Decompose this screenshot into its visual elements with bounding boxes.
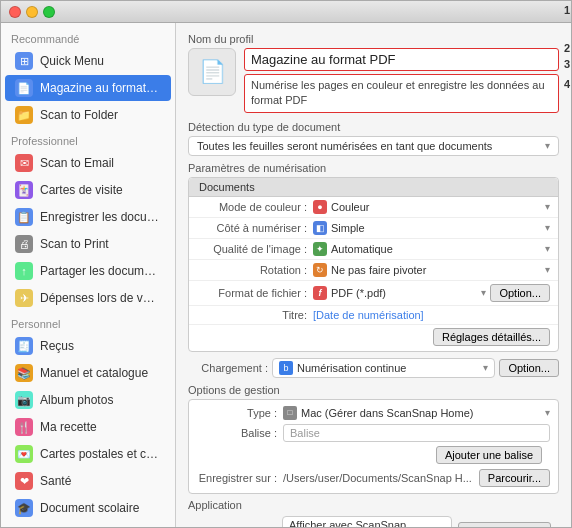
cote-chevron-icon: ▾	[545, 222, 550, 233]
qualite-text: Automatique	[331, 243, 393, 255]
configuration-button[interactable]: Configuration...	[458, 522, 551, 527]
app-row: Envoyer vers : Afficher avec ScanSnap Ho…	[188, 514, 559, 527]
sidebar-label-partager: Partager les documents	[40, 264, 161, 278]
param-value-couleur: ● Couleur ▾	[313, 200, 550, 214]
type-chevron-icon: ▾	[545, 407, 550, 418]
profile-info: Magazine au format PDF Numérise les page…	[244, 48, 559, 113]
param-row-format: Format de fichier : f PDF (*.pdf) ▾ Opti…	[189, 281, 558, 306]
param-row-qualite: Qualité de l'image : ✦ Automatique ▾	[189, 239, 558, 260]
param-row-titre: Titre: [Date de numérisation]	[189, 306, 558, 325]
chargement-select[interactable]: b Numérisation continue ▾	[272, 358, 495, 378]
sidebar-item-enreg-docs[interactable]: 📋 Enregistrer les documents	[5, 204, 171, 230]
sidebar-label-manuel: Manuel et catalogue	[40, 366, 148, 380]
chargement-option-button[interactable]: Option...	[499, 359, 559, 377]
annotation-2: 2	[564, 42, 570, 54]
maximize-button[interactable]	[43, 6, 55, 18]
sidebar-label-album: Album photos	[40, 393, 113, 407]
param-row-rotation: Rotation : ↻ Ne pas faire pivoter ▾	[189, 260, 558, 281]
format-chevron-icon: ▾	[481, 287, 486, 298]
sidebar-item-recette[interactable]: 🍴 Ma recette	[5, 414, 171, 440]
close-button[interactable]	[9, 6, 21, 18]
sidebar-label-magazine-pdf: Magazine au format PDF	[40, 81, 161, 95]
annotation-1: 1	[564, 4, 570, 16]
recus-icon: 🧾	[15, 337, 33, 355]
rotation-icon: ↻	[313, 263, 327, 277]
sidebar-item-manuel[interactable]: 📚 Manuel et catalogue	[5, 360, 171, 386]
main-panel: Nom du profil 📄 Magazine au format PDF N…	[176, 23, 571, 527]
window-controls[interactable]	[9, 6, 55, 18]
param-value-qualite: ✦ Automatique ▾	[313, 242, 550, 256]
profile-name: Magazine au format PDF	[244, 48, 559, 71]
format-icon: f	[313, 286, 327, 300]
sidebar-label-scan-email: Scan to Email	[40, 156, 114, 170]
titre-link[interactable]: [Date de numérisation]	[313, 309, 424, 321]
sidebar-item-sante[interactable]: ❤ Santé	[5, 468, 171, 494]
options-gestion-header: Options de gestion	[188, 384, 559, 396]
magazine-pdf-icon: 📄	[15, 79, 33, 97]
sidebar-label-document-scolaire: Document scolaire	[40, 501, 139, 515]
sidebar-item-partager[interactable]: ↑ Partager les documents	[5, 258, 171, 284]
couleur-text: Couleur	[331, 201, 370, 213]
sidebar-item-depenses[interactable]: ✈ Dépenses lors de voyages d'affair	[5, 285, 171, 311]
format-text: PDF (*.pdf)	[331, 287, 386, 299]
sidebar-item-recus[interactable]: 🧾 Reçus	[5, 333, 171, 359]
profile-description: Numérise les pages en couleur et enregis…	[244, 74, 559, 113]
sidebar-label-sante: Santé	[40, 474, 71, 488]
type-value[interactable]: □ Mac (Gérer dans ScanSnap Home) ▾	[283, 406, 550, 420]
add-balise-row: Ajouter une balise	[189, 444, 558, 467]
sidebar: Recommandé ⊞ Quick Menu 📄 Magazine au fo…	[1, 23, 176, 527]
sidebar-label-scan-print: Scan to Print	[40, 237, 109, 251]
sidebar-label-depenses: Dépenses lors de voyages d'affair	[40, 291, 161, 305]
detect-chevron-icon: ▾	[545, 140, 550, 151]
chargement-label: Chargement :	[188, 362, 268, 374]
document-scolaire-icon: 🎓	[15, 499, 33, 517]
sidebar-item-scan-print[interactable]: 🖨 Scan to Print	[5, 231, 171, 257]
chargement-text: Numérisation continue	[297, 362, 406, 374]
detail-btn-row: Réglages détaillés...	[189, 325, 558, 351]
minimize-button[interactable]	[26, 6, 38, 18]
scan-params-header: Paramètres de numérisation	[188, 162, 559, 174]
profile-section: 📄 Magazine au format PDF Numérise les pa…	[188, 48, 559, 113]
enreg-docs-icon: 📋	[15, 208, 33, 226]
recette-icon: 🍴	[15, 418, 33, 436]
balise-input[interactable]: Balise	[283, 424, 550, 442]
envoyer-chevron-icon: ▾	[440, 525, 445, 527]
parcourir-button[interactable]: Parcourir...	[479, 469, 550, 487]
param-row-cote: Côté à numériser : ◧ Simple ▾	[189, 218, 558, 239]
envoyer-select[interactable]: Afficher avec ScanSnap Home ▾	[282, 516, 452, 527]
chargement-row: Chargement : b Numérisation continue ▾ O…	[188, 358, 559, 378]
partager-icon: ↑	[15, 262, 33, 280]
detect-value-row[interactable]: Toutes les feuilles seront numérisées en…	[188, 136, 559, 156]
sidebar-section-recommended: Recommandé	[1, 27, 175, 47]
sidebar-section-professional: Professionnel	[1, 129, 175, 149]
qualite-icon: ✦	[313, 242, 327, 256]
sidebar-item-cartes-postales[interactable]: 💌 Cartes postales et cartes de vœu	[5, 441, 171, 467]
add-balise-button[interactable]: Ajouter une balise	[436, 446, 542, 464]
param-value-format: f PDF (*.pdf) ▾ Option...	[313, 284, 550, 302]
enreg-row: Enregistrer sur : /Users/user/Documents/…	[189, 467, 558, 489]
detail-button[interactable]: Réglages détaillés...	[433, 328, 550, 346]
sidebar-item-scan-folder[interactable]: 📁 Scan to Folder	[5, 102, 171, 128]
sidebar-item-document-scolaire[interactable]: 🎓 Document scolaire	[5, 495, 171, 521]
sidebar-item-magazine-pdf[interactable]: 📄 Magazine au format PDF	[5, 75, 171, 101]
rotation-text: Ne pas faire pivoter	[331, 264, 426, 276]
sidebar-item-scan-email[interactable]: ✉ Scan to Email	[5, 150, 171, 176]
balise-value: Balise	[283, 424, 550, 442]
scan-folder-icon: 📁	[15, 106, 33, 124]
sidebar-label-scan-folder: Scan to Folder	[40, 108, 118, 122]
scan-params-box: Documents Mode de couleur : ● Couleur ▾ …	[188, 177, 559, 352]
enreg-path: /Users/user/Documents/ScanSnap H...	[283, 472, 473, 484]
sidebar-section-personal: Personnel	[1, 312, 175, 332]
sidebar-item-quick-menu[interactable]: ⊞ Quick Menu	[5, 48, 171, 74]
param-label-couleur: Mode de couleur :	[197, 201, 307, 213]
sidebar-item-cartes-visite[interactable]: 🃏 Cartes de visite	[5, 177, 171, 203]
chargement-chevron-icon: ▾	[483, 362, 488, 373]
param-label-rotation: Rotation :	[197, 264, 307, 276]
scan-tab-documents[interactable]: Documents	[189, 178, 558, 197]
depenses-icon: ✈	[15, 289, 33, 307]
sidebar-item-album[interactable]: 📷 Album photos	[5, 387, 171, 413]
cote-text: Simple	[331, 222, 365, 234]
annotation-3: 3	[564, 58, 570, 70]
option-button-format[interactable]: Option...	[490, 284, 550, 302]
scan-email-icon: ✉	[15, 154, 33, 172]
